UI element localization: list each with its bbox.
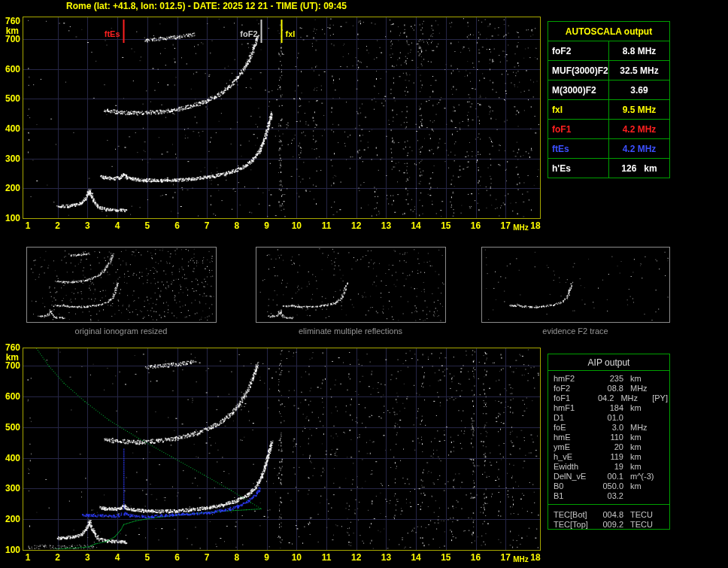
aip-cell-n	[665, 384, 668, 393]
autoscala-row: foF28.8 MHz	[548, 41, 670, 61]
aip-separator	[548, 504, 669, 505]
aip-cell-n	[665, 442, 668, 452]
aip-cell-n	[665, 423, 668, 433]
aip-cell-u: m^(-3)	[623, 472, 665, 481]
thumbnail-caption-2: eliminate multiple reflections	[256, 327, 445, 336]
aip-cell-u	[623, 491, 665, 501]
title-bar: Rome (lat: +41.8, lon: 012.5) - DATE: 20…	[66, 1, 347, 11]
aip-row: Ewidth19km	[554, 462, 668, 472]
aip-cell-v: 110	[599, 433, 623, 442]
aip-row: foF104.2MHz[PY]	[554, 393, 668, 403]
aip-cell-p: ymE	[554, 442, 599, 452]
aip-cell-u: MHz	[623, 423, 665, 433]
aip-cell-u: km	[623, 452, 665, 462]
aip-cell-v: 19	[599, 462, 623, 472]
aip-rows: hmF2235kmfoF208.8MHzfoF104.2MHz[PY]hmF11…	[548, 371, 669, 501]
aip-row: D101.0	[554, 413, 668, 423]
aip-cell-u: MHz	[614, 393, 651, 403]
autoscala-value: 126 km	[609, 159, 670, 178]
autoscala-row: h'Es126 km	[548, 159, 670, 178]
autoscala-row: fxl9.5 MHz	[548, 100, 670, 120]
aip-cell-v: 050.0	[599, 481, 623, 491]
aip-cell-p: TEC[Bot]	[554, 510, 599, 520]
aip-cell-v: 119	[599, 452, 623, 462]
aip-cell-v: 235	[599, 374, 623, 384]
thumbnail-caption-3: evidence F2 trace	[481, 327, 669, 336]
aip-cell-v: 184	[599, 403, 623, 413]
aip-cell-p: Ewidth	[554, 462, 599, 472]
aip-row: hmE110km	[554, 433, 668, 442]
aip-cell-n	[665, 452, 668, 462]
aip-cell-v: 004.8	[599, 510, 623, 520]
aip-cell-n: [PY]	[651, 393, 668, 403]
thumbnail-original-ionogram	[26, 247, 216, 322]
profile-ionogram-plot	[23, 348, 540, 550]
aip-cell-v: 00.1	[599, 472, 623, 481]
aip-row: foF208.8MHz	[554, 384, 668, 393]
aip-cell-n	[665, 403, 668, 413]
aip-row: TEC[Bot]004.8TECU	[554, 510, 668, 520]
aip-cell-n	[665, 481, 668, 491]
autoscala-value: 4.2 MHz	[609, 120, 670, 139]
aip-cell-u	[623, 413, 665, 423]
autoscala-row: foF14.2 MHz	[548, 120, 670, 139]
aip-cell-n	[665, 433, 668, 442]
autoscala-param: foF2	[548, 41, 609, 61]
aip-cell-u: TECU	[623, 520, 665, 530]
autoscala-param: fxl	[548, 100, 609, 120]
aip-cell-p: hmF2	[554, 374, 599, 384]
autoscala-output-table: AUTOSCALA output foF28.8 MHzMUF(3000)F23…	[548, 21, 670, 178]
autoscala-param: M(3000)F2	[548, 80, 609, 100]
aip-cell-u: km	[623, 433, 665, 442]
aip-cell-p: D1	[554, 413, 599, 423]
aip-cell-n	[665, 462, 668, 472]
aip-cell-p: DelN_vE	[554, 472, 599, 481]
autoscala-table-header: AUTOSCALA output	[548, 22, 670, 41]
autoscala-value: 9.5 MHz	[609, 100, 670, 120]
aip-cell-p: hmE	[554, 433, 599, 442]
aip-row: DelN_vE00.1m^(-3)	[554, 472, 668, 481]
aip-cell-u: km	[623, 462, 665, 472]
aip-cell-p: foF2	[554, 384, 599, 393]
aip-cell-u: km	[623, 442, 665, 452]
autoscala-value: 4.2 MHz	[609, 139, 670, 159]
aip-tec-rows: TEC[Bot]004.8TECUTEC[Top]009.2TECU	[548, 507, 669, 530]
autoscala-row: MUF(3000)F232.5 MHz	[548, 61, 670, 80]
aip-cell-u: TECU	[623, 510, 665, 520]
autoscala-value: 3.69	[609, 80, 670, 100]
aip-output-table: AIP output hmF2235kmfoF208.8MHzfoF104.2M…	[548, 354, 670, 530]
aip-row: ymE20km	[554, 442, 668, 452]
aip-cell-n	[665, 510, 668, 520]
autoscala-screen: Rome (lat: +41.8, lon: 012.5) - DATE: 20…	[0, 0, 728, 568]
aip-cell-v: 03.2	[599, 491, 623, 501]
aip-row: TEC[Top]009.2TECU	[554, 520, 668, 530]
aip-cell-v: 3.0	[599, 423, 623, 433]
aip-cell-p: hmF1	[554, 403, 599, 413]
aip-cell-p: TEC[Top]	[554, 520, 599, 530]
aip-cell-v: 009.2	[599, 520, 623, 530]
aip-cell-u: km	[623, 481, 665, 491]
aip-cell-u: km	[623, 403, 665, 413]
aip-table-header: AIP output	[548, 354, 669, 371]
thumbnail-caption-1: original ionogram resized	[26, 327, 216, 336]
aip-cell-n	[665, 413, 668, 423]
aip-cell-p: h_vE	[554, 452, 599, 462]
aip-cell-n	[665, 472, 668, 481]
autoscala-value: 8.8 MHz	[609, 41, 670, 61]
main-ionogram-plot	[23, 17, 540, 218]
thumbnail-eliminate-multiples	[256, 247, 445, 322]
thumbnail-evidence-f2	[481, 247, 669, 322]
aip-cell-v: 01.0	[599, 413, 623, 423]
autoscala-param: h'Es	[548, 159, 609, 178]
aip-cell-p: B1	[554, 491, 599, 501]
aip-cell-p: foE	[554, 423, 599, 433]
aip-row: foE3.0MHz	[554, 423, 668, 433]
autoscala-row: M(3000)F23.69	[548, 80, 670, 100]
autoscala-value: 32.5 MHz	[609, 61, 670, 80]
aip-cell-v: 08.8	[599, 384, 623, 393]
aip-cell-p: foF1	[554, 393, 593, 403]
aip-row: B103.2	[554, 491, 668, 501]
aip-cell-n	[665, 374, 668, 384]
aip-cell-v: 20	[599, 442, 623, 452]
autoscala-row: ftEs4.2 MHz	[548, 139, 670, 159]
